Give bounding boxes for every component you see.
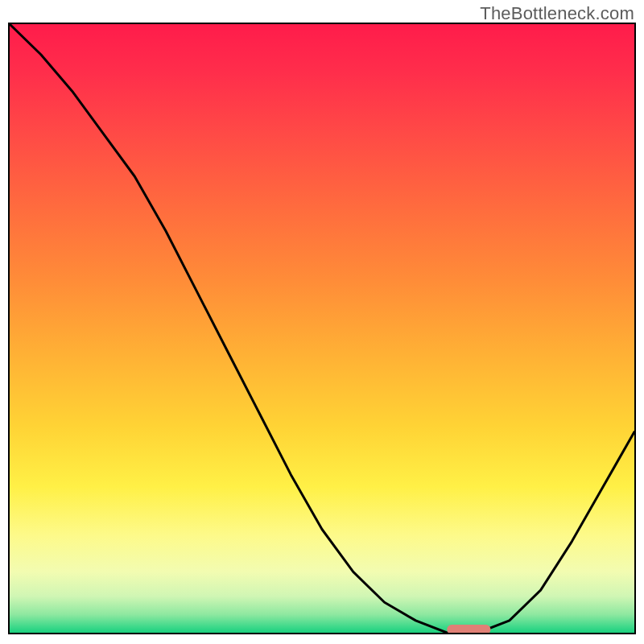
watermark-text: TheBottleneck.com	[480, 3, 634, 24]
chart-plot-area	[8, 23, 636, 634]
bottleneck-curve-line	[10, 24, 634, 633]
optimal-marker	[447, 625, 490, 633]
chart-svg-layer	[10, 24, 634, 633]
